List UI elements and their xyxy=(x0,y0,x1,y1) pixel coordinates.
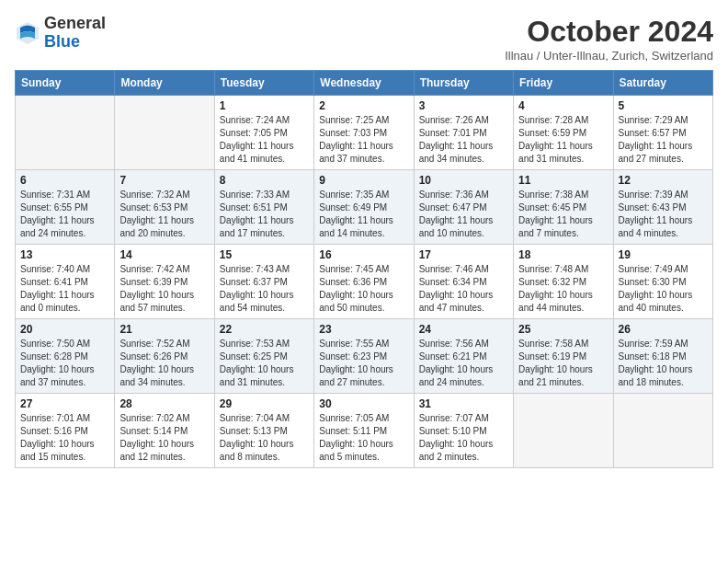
day-info: Sunrise: 7:04 AMSunset: 5:13 PMDaylight:… xyxy=(220,412,309,464)
calendar-cell: 15Sunrise: 7:43 AMSunset: 6:37 PMDayligh… xyxy=(214,245,313,319)
day-info: Sunrise: 7:50 AMSunset: 6:28 PMDaylight:… xyxy=(20,338,109,389)
calendar-cell xyxy=(115,96,214,170)
calendar-cell: 7Sunrise: 7:32 AMSunset: 6:53 PMDaylight… xyxy=(115,170,214,245)
day-info: Sunrise: 7:42 AMSunset: 6:39 PMDaylight:… xyxy=(119,263,209,315)
day-number: 6 xyxy=(20,174,109,187)
day-info: Sunrise: 7:02 AMSunset: 5:14 PMDaylight:… xyxy=(119,412,209,464)
day-number: 12 xyxy=(619,174,708,187)
day-info: Sunrise: 7:39 AMSunset: 6:43 PMDaylight:… xyxy=(619,189,708,240)
day-info: Sunrise: 7:33 AMSunset: 6:51 PMDaylight:… xyxy=(220,189,309,240)
logo: General Blue xyxy=(15,15,106,52)
calendar-cell: 29Sunrise: 7:04 AMSunset: 5:13 PMDayligh… xyxy=(214,394,313,468)
weekday-header: Friday xyxy=(514,71,613,96)
calendar-cell xyxy=(16,96,115,170)
calendar-cell: 23Sunrise: 7:55 AMSunset: 6:23 PMDayligh… xyxy=(314,319,414,394)
calendar-cell: 1Sunrise: 7:24 AMSunset: 7:05 PMDaylight… xyxy=(214,96,313,170)
day-info: Sunrise: 7:01 AMSunset: 5:16 PMDaylight:… xyxy=(20,412,109,464)
calendar-cell: 20Sunrise: 7:50 AMSunset: 6:28 PMDayligh… xyxy=(16,319,115,394)
calendar-cell: 6Sunrise: 7:31 AMSunset: 6:55 PMDaylight… xyxy=(16,170,115,245)
day-number: 8 xyxy=(220,174,309,187)
calendar-cell: 3Sunrise: 7:26 AMSunset: 7:01 PMDaylight… xyxy=(414,96,513,170)
calendar-week-row: 13Sunrise: 7:40 AMSunset: 6:41 PMDayligh… xyxy=(16,245,713,319)
day-number: 29 xyxy=(220,397,309,410)
calendar-cell: 30Sunrise: 7:05 AMSunset: 5:11 PMDayligh… xyxy=(314,394,414,468)
day-info: Sunrise: 7:46 AMSunset: 6:34 PMDaylight:… xyxy=(419,263,508,315)
calendar-cell: 12Sunrise: 7:39 AMSunset: 6:43 PMDayligh… xyxy=(613,170,712,245)
calendar-cell: 10Sunrise: 7:36 AMSunset: 6:47 PMDayligh… xyxy=(414,170,513,245)
day-number: 5 xyxy=(619,99,708,112)
calendar-table: SundayMondayTuesdayWednesdayThursdayFrid… xyxy=(15,70,713,468)
weekday-header: Tuesday xyxy=(214,71,313,96)
day-number: 14 xyxy=(119,248,209,261)
calendar-cell: 24Sunrise: 7:56 AMSunset: 6:21 PMDayligh… xyxy=(414,319,513,394)
day-number: 2 xyxy=(319,99,408,112)
day-number: 27 xyxy=(20,397,109,410)
day-number: 11 xyxy=(518,174,608,187)
day-info: Sunrise: 7:52 AMSunset: 6:26 PMDaylight:… xyxy=(119,338,209,389)
logo-text: General Blue xyxy=(44,15,106,52)
calendar-cell: 28Sunrise: 7:02 AMSunset: 5:14 PMDayligh… xyxy=(115,394,214,468)
day-info: Sunrise: 7:48 AMSunset: 6:32 PMDaylight:… xyxy=(518,263,608,315)
title-block: October 2024 Illnau / Unter-Illnau, Zuri… xyxy=(505,15,713,63)
day-number: 30 xyxy=(319,397,408,410)
day-number: 25 xyxy=(518,323,608,336)
day-info: Sunrise: 7:24 AMSunset: 7:05 PMDaylight:… xyxy=(220,114,309,166)
day-number: 24 xyxy=(419,323,508,336)
calendar-cell: 13Sunrise: 7:40 AMSunset: 6:41 PMDayligh… xyxy=(16,245,115,319)
day-number: 18 xyxy=(518,248,608,261)
day-number: 4 xyxy=(518,99,608,112)
day-info: Sunrise: 7:56 AMSunset: 6:21 PMDaylight:… xyxy=(419,338,508,389)
day-info: Sunrise: 7:05 AMSunset: 5:11 PMDaylight:… xyxy=(319,412,408,464)
calendar-cell: 5Sunrise: 7:29 AMSunset: 6:57 PMDaylight… xyxy=(613,96,712,170)
day-info: Sunrise: 7:55 AMSunset: 6:23 PMDaylight:… xyxy=(319,338,408,389)
calendar-cell: 2Sunrise: 7:25 AMSunset: 7:03 PMDaylight… xyxy=(314,96,414,170)
weekday-header: Saturday xyxy=(613,71,712,96)
logo-icon xyxy=(15,20,40,46)
day-info: Sunrise: 7:25 AMSunset: 7:03 PMDaylight:… xyxy=(319,114,408,166)
calendar-cell: 9Sunrise: 7:35 AMSunset: 6:49 PMDaylight… xyxy=(314,170,414,245)
day-number: 28 xyxy=(119,397,209,410)
day-info: Sunrise: 7:28 AMSunset: 6:59 PMDaylight:… xyxy=(518,114,608,166)
calendar-cell: 17Sunrise: 7:46 AMSunset: 6:34 PMDayligh… xyxy=(414,245,513,319)
day-number: 1 xyxy=(220,99,309,112)
day-info: Sunrise: 7:32 AMSunset: 6:53 PMDaylight:… xyxy=(119,189,209,240)
location: Illnau / Unter-Illnau, Zurich, Switzerla… xyxy=(505,49,713,63)
day-number: 16 xyxy=(319,248,408,261)
weekday-header: Thursday xyxy=(414,71,513,96)
calendar-cell: 19Sunrise: 7:49 AMSunset: 6:30 PMDayligh… xyxy=(613,245,712,319)
calendar-week-row: 27Sunrise: 7:01 AMSunset: 5:16 PMDayligh… xyxy=(16,394,713,468)
day-number: 23 xyxy=(319,323,408,336)
day-info: Sunrise: 7:43 AMSunset: 6:37 PMDaylight:… xyxy=(220,263,309,315)
calendar-cell: 8Sunrise: 7:33 AMSunset: 6:51 PMDaylight… xyxy=(214,170,313,245)
day-number: 3 xyxy=(419,99,508,112)
day-info: Sunrise: 7:07 AMSunset: 5:10 PMDaylight:… xyxy=(419,412,508,464)
logo-general-text: General xyxy=(44,14,106,32)
day-info: Sunrise: 7:59 AMSunset: 6:18 PMDaylight:… xyxy=(619,338,708,389)
day-number: 26 xyxy=(619,323,708,336)
calendar-cell xyxy=(514,394,613,468)
day-number: 21 xyxy=(119,323,209,336)
calendar-cell: 27Sunrise: 7:01 AMSunset: 5:16 PMDayligh… xyxy=(16,394,115,468)
weekday-header: Sunday xyxy=(16,71,115,96)
day-info: Sunrise: 7:58 AMSunset: 6:19 PMDaylight:… xyxy=(518,338,608,389)
day-number: 22 xyxy=(220,323,309,336)
day-info: Sunrise: 7:53 AMSunset: 6:25 PMDaylight:… xyxy=(220,338,309,389)
month-title: October 2024 xyxy=(505,15,713,49)
weekday-header: Monday xyxy=(115,71,214,96)
calendar-cell: 26Sunrise: 7:59 AMSunset: 6:18 PMDayligh… xyxy=(613,319,712,394)
calendar-week-row: 1Sunrise: 7:24 AMSunset: 7:05 PMDaylight… xyxy=(16,96,713,170)
day-number: 19 xyxy=(619,248,708,261)
day-number: 7 xyxy=(119,174,209,187)
day-number: 15 xyxy=(220,248,309,261)
day-info: Sunrise: 7:45 AMSunset: 6:36 PMDaylight:… xyxy=(319,263,408,315)
day-info: Sunrise: 7:29 AMSunset: 6:57 PMDaylight:… xyxy=(619,114,708,166)
calendar-cell: 31Sunrise: 7:07 AMSunset: 5:10 PMDayligh… xyxy=(414,394,513,468)
day-info: Sunrise: 7:31 AMSunset: 6:55 PMDaylight:… xyxy=(20,189,109,240)
calendar-cell: 11Sunrise: 7:38 AMSunset: 6:45 PMDayligh… xyxy=(514,170,613,245)
calendar-cell: 4Sunrise: 7:28 AMSunset: 6:59 PMDaylight… xyxy=(514,96,613,170)
logo-blue-text: Blue xyxy=(44,32,80,51)
day-number: 20 xyxy=(20,323,109,336)
day-info: Sunrise: 7:35 AMSunset: 6:49 PMDaylight:… xyxy=(319,189,408,240)
day-number: 13 xyxy=(20,248,109,261)
calendar-week-row: 6Sunrise: 7:31 AMSunset: 6:55 PMDaylight… xyxy=(16,170,713,245)
